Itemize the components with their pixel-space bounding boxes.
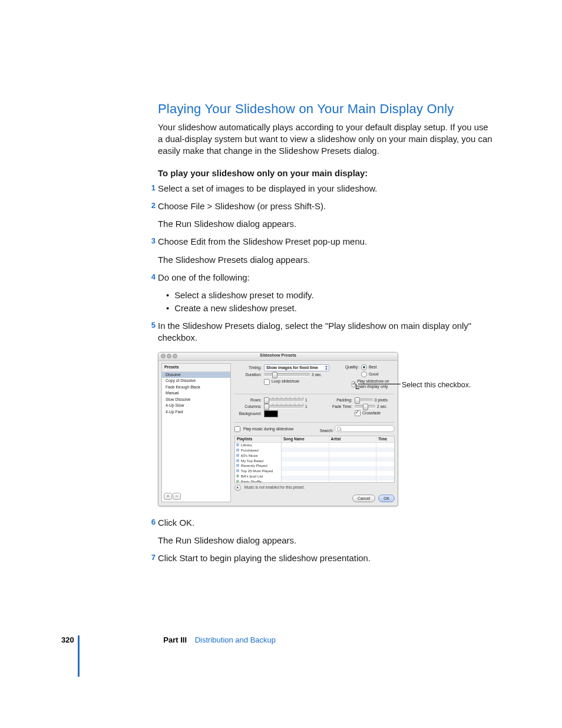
crossfade-label: Crossfade xyxy=(362,411,381,416)
loop-checkbox[interactable] xyxy=(264,379,270,385)
fade-label: Fade Time: xyxy=(329,404,355,409)
callout-leader xyxy=(356,384,359,389)
zoom-icon[interactable] xyxy=(173,354,177,358)
padding-slider[interactable] xyxy=(355,398,373,402)
step-result: The Run Slideshow dialog appears. xyxy=(158,535,494,546)
presets-panel: Presets DissolveCopy of DissolveFade thr… xyxy=(161,363,231,502)
music-table: Playlists LibraryPurchased60's MusicMy T… xyxy=(234,436,395,483)
playlist-item[interactable]: Bill's Ipod List xyxy=(235,473,281,479)
playlist-item[interactable]: 60's Music xyxy=(235,453,281,458)
ok-button[interactable]: OK xyxy=(378,495,395,502)
duration-value: 3 sec. xyxy=(312,373,329,377)
search-label: Search: xyxy=(320,429,333,433)
quality-label: Quality: xyxy=(335,365,361,370)
step-text: Select a set of images to be displayed i… xyxy=(158,184,377,193)
mainonly-checkbox[interactable] xyxy=(352,381,356,387)
step-number: 4 xyxy=(147,272,156,282)
dialog-title: Slideshow Presets xyxy=(260,353,296,357)
playlists-header: Playlists xyxy=(235,436,281,443)
search-field[interactable] xyxy=(335,425,395,432)
step-number: 1 xyxy=(147,183,156,193)
playlist-item[interactable]: Party Shuffle xyxy=(235,479,281,482)
timing-label: Timing: xyxy=(234,365,264,370)
page-footer: 320 Part III Distribution and Backup xyxy=(61,635,276,644)
play-icon[interactable] xyxy=(234,485,241,491)
rows-value: 1 xyxy=(305,398,323,403)
rows-label: Rows: xyxy=(234,398,264,403)
duration-slider[interactable] xyxy=(264,373,310,377)
callout-leader xyxy=(358,384,401,384)
columns-slider[interactable] xyxy=(264,405,303,409)
playlist-item[interactable]: Top 25 Most Played xyxy=(235,469,281,474)
search-icon xyxy=(337,427,341,431)
part-label: Part III xyxy=(163,635,187,644)
step-result: The Slideshow Presets dialog appears. xyxy=(158,254,494,266)
quality-good-radio[interactable] xyxy=(361,371,367,377)
preset-item[interactable]: Dissolve xyxy=(162,372,230,378)
step-number: 2 xyxy=(147,200,156,211)
window-controls[interactable] xyxy=(161,354,178,360)
padding-value: 0 pixels xyxy=(375,398,395,403)
page-number: 320 xyxy=(61,635,74,644)
fade-value: 2 sec. xyxy=(377,404,395,409)
music-checkbox[interactable] xyxy=(234,426,240,432)
dialog-screenshot: Slideshow Presets Presets DissolveCopy o… xyxy=(158,352,494,506)
preset-item[interactable]: Manual xyxy=(162,390,230,396)
quality-best-radio[interactable] xyxy=(361,364,367,370)
padding-label: Padding: xyxy=(329,398,355,403)
songname-header: Song Name xyxy=(282,436,329,443)
step-number: 3 xyxy=(147,236,156,246)
quality-best-label: Best xyxy=(369,365,377,370)
preset-item[interactable]: 4-Up Fast xyxy=(162,409,230,415)
playlist-item[interactable]: Purchased xyxy=(235,448,281,453)
step-result: The Run Slideshow dialog appears. xyxy=(158,218,494,230)
crossfade-checkbox[interactable] xyxy=(355,410,361,416)
preset-item[interactable]: Slow Dissolve xyxy=(162,397,230,403)
section-heading: Playing Your Slideshow on Your Main Disp… xyxy=(158,100,494,118)
step-number: 7 xyxy=(147,552,156,563)
cancel-button[interactable]: Cancel xyxy=(352,495,375,502)
rows-slider[interactable] xyxy=(264,398,303,402)
background-label: Background: xyxy=(234,411,264,416)
preset-item[interactable]: Copy of Dissolve xyxy=(162,378,230,384)
playlist-item[interactable]: My Top Rated xyxy=(235,458,281,463)
step-number: 6 xyxy=(147,517,156,528)
procedure-lead: To play your slideshow only on your main… xyxy=(158,167,494,179)
artist-header: Artist xyxy=(329,436,376,443)
timing-popup[interactable]: Show images for fixed time xyxy=(264,364,329,371)
add-preset-button[interactable]: + xyxy=(164,493,172,500)
bullet-item: • Create a new slideshow preset. xyxy=(166,302,494,314)
preset-item[interactable]: Fade through Black xyxy=(162,384,230,390)
step-text: Choose File > Slideshow (or press Shift-… xyxy=(158,202,326,211)
music-label: Play music during slideshow xyxy=(243,427,293,431)
quality-good-label: Good xyxy=(369,372,379,377)
fade-slider[interactable] xyxy=(355,405,375,409)
duration-label: Duration: xyxy=(234,373,264,377)
step-text: Click Start to begin playing the slidesh… xyxy=(158,554,371,563)
preset-item[interactable]: 4-Up Slow xyxy=(162,403,230,409)
minimize-icon[interactable] xyxy=(167,354,171,358)
bullet-item: • Select a slideshow preset to modify. xyxy=(166,289,494,301)
background-colorwell[interactable] xyxy=(264,410,278,417)
playlist-item[interactable]: Library xyxy=(235,443,281,448)
close-icon[interactable] xyxy=(161,354,166,358)
callout-text: Select this checkbox. xyxy=(402,380,471,390)
step-text: Choose Edit from the Slideshow Preset po… xyxy=(158,237,367,246)
loop-label: Loop slideshow xyxy=(272,379,299,384)
playlist-item[interactable]: Recently Played xyxy=(235,463,281,469)
part-title: Distribution and Backup xyxy=(195,635,276,644)
step-number: 5 xyxy=(147,320,156,331)
time-header: Time xyxy=(376,436,394,443)
columns-value: 1 xyxy=(305,404,323,409)
step-text: Click OK. xyxy=(158,518,194,528)
step-text: Do one of the following: xyxy=(158,273,250,282)
intro-paragraph: Your slideshow automatically plays accor… xyxy=(158,121,494,157)
remove-preset-button[interactable]: − xyxy=(173,493,181,500)
step-text: In the Slideshow Presets dialog, select … xyxy=(158,321,471,342)
columns-label: Columns: xyxy=(234,404,264,409)
presets-header: Presets xyxy=(162,364,230,371)
music-disabled-note: Music is not enabled for this preset. xyxy=(244,485,305,489)
dialog-titlebar: Slideshow Presets xyxy=(158,353,398,361)
